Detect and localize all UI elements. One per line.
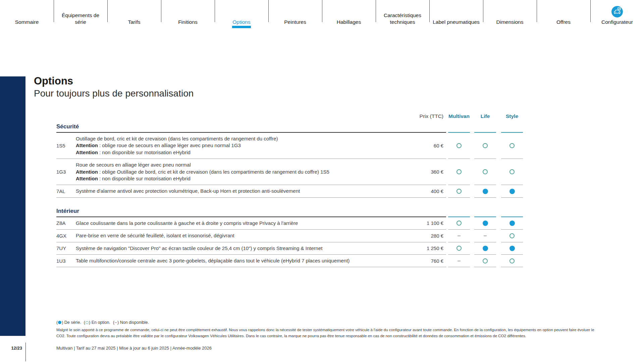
row-main-cell: 7AL Système d'alarme antivol avec protec… (56, 185, 446, 197)
option-description: Glace coulissante dans la porte coulissa… (76, 220, 413, 227)
availability-style (501, 230, 523, 242)
standard-dot-icon (483, 221, 488, 226)
description-line: Système d'alarme antivol avec protection… (76, 188, 409, 194)
nav-tab-label: Habillages (337, 19, 361, 25)
row-main-cell: Z8A Glace coulissante dans la porte coul… (56, 217, 446, 230)
nav-tab-equipements-de-serie[interactable]: Équipements de série (54, 0, 107, 30)
availability-style (501, 255, 523, 267)
availability-life (474, 185, 496, 197)
nav-tab-finitions[interactable]: Finitions (161, 0, 215, 30)
option-description: Outillage de bord, cric et kit de crevai… (76, 135, 413, 156)
availability-style (501, 185, 523, 197)
nav-tab-label: Peintures (284, 19, 306, 25)
nav-tab-caracteristiques-techniques[interactable]: Caractéristiques techniques (376, 0, 429, 30)
description-line: Système de navigation "Discover Pro" ac … (76, 245, 409, 252)
availability-life (474, 217, 496, 230)
option-circle-icon (86, 321, 89, 324)
page-subtitle: Pour toujours plus de personnalisation (34, 88, 194, 99)
row-main-cell: 1U3 Table multifonction/console centrale… (56, 255, 446, 267)
option-price: 400 € (413, 188, 446, 194)
nav-tab-label-pneumatiques[interactable]: Label pneumatiques (429, 0, 483, 30)
option-price: 60 € (413, 143, 446, 148)
nav-tab-peintures[interactable]: Peintures (268, 0, 322, 30)
option-description: Pare-brise en verre de sécurité feuillet… (76, 232, 413, 239)
option-circle-icon (457, 169, 462, 174)
description-line: Pare-brise en verre de sécurité feuillet… (76, 232, 409, 239)
not-available-dash-icon: – (115, 320, 117, 325)
availability-multivan: – (448, 230, 470, 242)
nav-tab-label: Finitions (178, 19, 198, 25)
legend: () De série.() En option.(–) Non disponi… (56, 320, 152, 325)
availability-life (474, 133, 496, 159)
nav-tab-configurateur[interactable]: Configurateur (590, 0, 644, 30)
availability-style (501, 133, 523, 159)
table-row-z8a: Z8A Glace coulissante dans la porte coul… (56, 217, 523, 230)
section-underline-multivan (448, 208, 470, 217)
nav-tab-offres[interactable]: Offres (537, 0, 590, 30)
option-code: 7AL (56, 188, 76, 194)
description-line: Attention : non disponible sur motorisat… (76, 175, 409, 182)
nav-tab-label: Caractéristiques techniques (378, 12, 427, 25)
option-circle-icon (509, 258, 515, 263)
page-number: 12/23 (0, 346, 22, 351)
standard-dot-icon (483, 189, 488, 194)
section-title: Intérieur (56, 208, 79, 215)
option-circle-icon (509, 169, 515, 174)
availability-life (474, 159, 496, 185)
row-main-cell: 7UY Système de navigation "Discover Pro"… (56, 242, 446, 255)
availability-style (501, 242, 523, 255)
option-code: 7UY (56, 245, 76, 251)
footer-divider (25, 343, 26, 361)
not-available-dash-icon: – (484, 233, 487, 238)
nav-tab-habillages[interactable]: Habillages (322, 0, 376, 30)
table-row-7uy: 7UY Système de navigation "Discover Pro"… (56, 242, 523, 255)
standard-dot-icon (509, 246, 515, 251)
option-price: 280 € (413, 233, 446, 239)
description-line: Attention : oblige roue de secours en al… (76, 142, 409, 149)
disclaimer-line: CO2. Toute configuration devra au préala… (56, 333, 631, 339)
left-accent-bar (0, 76, 25, 336)
option-price: 360 € (413, 169, 446, 175)
nav-tab-label: Configurateur (601, 19, 633, 25)
section-underline-life (474, 208, 496, 217)
option-circle-icon (509, 233, 515, 238)
legend-item-en-option: () En option. (84, 320, 110, 325)
description-line: Table multifonction/console centrale ave… (76, 257, 409, 264)
option-price: 1 250 € (413, 245, 446, 251)
option-description: Roue de secours en alliage léger avec pn… (76, 162, 413, 182)
table-row-1s5: 1S5 Outillage de bord, cric et kit de cr… (56, 133, 523, 159)
description-line: Glace coulissante dans la porte coulissa… (76, 220, 409, 227)
nav-tab-label: Tarifs (128, 19, 140, 25)
nav-tab-label: Dimensions (496, 19, 524, 25)
option-code: 1U3 (56, 258, 76, 264)
nav-tab-label: Label pneumatiques (433, 19, 480, 25)
trim-header-life: Life (474, 113, 496, 122)
availability-multivan (448, 242, 470, 255)
option-code: 1S5 (56, 143, 76, 148)
nav-tab-label: Options (232, 19, 250, 25)
section-underline-style (501, 208, 523, 217)
nav-tab-tarifs[interactable]: Tarifs (107, 0, 161, 30)
option-circle-icon (457, 221, 462, 226)
legend-mark (58, 321, 61, 324)
nav-tab-options[interactable]: Options (215, 0, 268, 30)
availability-life: – (474, 230, 496, 242)
nav-tab-dimensions[interactable]: Dimensions (483, 0, 537, 30)
option-circle-icon (457, 246, 462, 251)
row-main-cell: 1S5 Outillage de bord, cric et kit de cr… (56, 133, 446, 159)
availability-multivan (448, 133, 470, 159)
table-header-row: Prix (TTC) Multivan Life Style (56, 113, 523, 122)
option-code: Z8A (56, 220, 76, 226)
standard-dot-icon (509, 221, 515, 226)
option-code: 1G3 (56, 169, 76, 175)
option-circle-icon (509, 143, 515, 148)
availability-life (474, 255, 496, 267)
legend-mark: – (115, 320, 117, 325)
section-header-row-securite: Sécurité (56, 123, 523, 133)
option-price: 760 € (413, 258, 446, 264)
footer-info: Multivan | Tarif au 27 mai 2025 | Mise à… (56, 346, 212, 351)
availability-style (501, 217, 523, 230)
nav-tab-sommaire[interactable]: Sommaire (0, 0, 54, 30)
configurator-icon (611, 6, 623, 18)
option-circle-icon (457, 143, 462, 148)
